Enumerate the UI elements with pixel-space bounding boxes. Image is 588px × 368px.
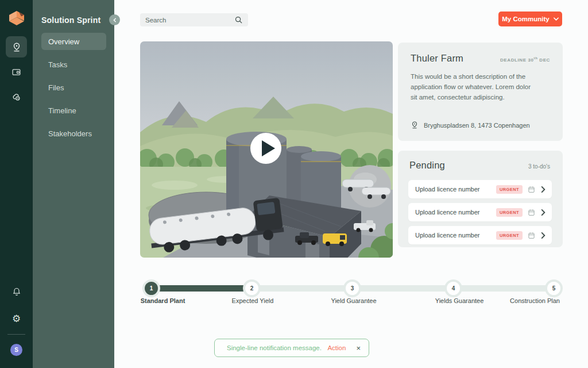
calendar-icon[interactable] (528, 209, 535, 216)
calendar-icon[interactable] (528, 186, 535, 193)
stepper-progress-fill (145, 285, 254, 292)
pending-card: Pending 3 to-do's Upload licence number … (398, 151, 563, 247)
step-4-label: Yields Guarantee (435, 297, 484, 304)
step-2-circle[interactable]: 2 (245, 282, 258, 295)
search-input[interactable] (145, 17, 234, 24)
todo-list: Upload licence number URGENT Upload lice… (408, 180, 552, 249)
wallet-icon (11, 67, 21, 77)
step-5-circle[interactable]: 5 (547, 282, 560, 295)
step-3-label: Yield Guarantee (331, 297, 376, 304)
todo-row[interactable]: Upload licence number URGENT (408, 226, 552, 244)
sidebar-rail: ⚙ S (0, 0, 33, 368)
deadline-label: DEADLINE 30th DEC (500, 56, 550, 63)
sidebar-item-label: Files (48, 83, 64, 92)
nav-wallet-button[interactable] (0, 67, 33, 77)
todo-label: Upload licence number (415, 209, 496, 216)
step-2-label: Expected Yield (232, 297, 274, 304)
step-5-label: Construction Plan (510, 297, 560, 304)
sidebar-item-timeline[interactable]: Timeline (41, 102, 106, 119)
sidebar-item-label: Timeline (48, 106, 76, 115)
project-title: Solution Sprint (41, 16, 100, 25)
notification-toast: Single-line notification message. Action… (214, 339, 369, 357)
brand-logo-icon (6, 8, 27, 28)
chevron-right-icon[interactable] (541, 209, 546, 216)
user-avatar[interactable]: S (10, 344, 22, 356)
chevron-right-icon[interactable] (541, 186, 546, 193)
todo-row[interactable]: Upload licence number URGENT (408, 180, 552, 198)
search-bar (140, 13, 248, 26)
sidebar-item-label: Tasks (48, 60, 67, 69)
bell-icon (12, 287, 21, 297)
step-number: 1 (150, 285, 153, 292)
sidebar-item-stakeholders[interactable]: Stakeholders (41, 125, 106, 142)
close-icon[interactable]: × (356, 344, 361, 352)
cloud-history-icon (11, 92, 22, 102)
step-number: 2 (250, 285, 254, 292)
step-number: 4 (452, 285, 455, 292)
nav-cloud-history-button[interactable] (0, 92, 33, 102)
project-address: Bryghuspladsen 8, 1473 Copenhagen (411, 121, 530, 129)
search-icon[interactable] (234, 16, 243, 24)
step-1-label: Standard Plant (141, 297, 185, 304)
rail-divider (7, 334, 25, 335)
sidebar-collapse-button[interactable] (109, 14, 120, 25)
plant-video-thumbnail[interactable] (140, 41, 393, 258)
step-4-circle[interactable]: 4 (447, 282, 460, 295)
project-info-card: Thuler Farm DEADLINE 30th DEC This would… (398, 43, 563, 141)
play-button[interactable] (250, 133, 281, 164)
nav-map-pin-button[interactable] (6, 36, 27, 57)
notifications-bell-button[interactable] (0, 287, 33, 297)
pending-title: Pending (409, 160, 445, 171)
biogas-plant-illustration (140, 41, 393, 258)
step-number: 3 (351, 285, 354, 292)
urgent-badge: URGENT (496, 208, 523, 217)
dashboard-page: ⚙ S Solution Sprint Overview Tasks Files… (0, 0, 588, 368)
step-number: 5 (552, 285, 556, 292)
chevron-left-icon (113, 18, 117, 22)
chevron-right-icon[interactable] (541, 232, 546, 239)
todo-label: Upload licence number (415, 232, 496, 239)
project-description: This would be a short description of the… (398, 64, 563, 102)
sidebar-item-label: Stakeholders (48, 129, 92, 138)
map-pin-icon (11, 42, 22, 52)
notification-message: Single-line notification message. (227, 344, 327, 351)
calendar-icon[interactable] (528, 232, 535, 239)
sidebar-panel: Solution Sprint Overview Tasks Files Tim… (33, 0, 114, 368)
settings-gear-button[interactable]: ⚙ (0, 313, 33, 325)
todo-label: Upload licence number (415, 186, 496, 193)
todo-count: 3 to-do's (528, 163, 550, 170)
address-text: Bryghuspladsen 8, 1473 Copenhagen (424, 122, 530, 129)
sidebar-item-files[interactable]: Files (41, 79, 106, 96)
sidebar-menu: Overview Tasks Files Timeline Stakeholde… (41, 33, 106, 148)
chevron-down-icon (554, 17, 559, 21)
notification-action-link[interactable]: Action (327, 344, 346, 351)
my-community-label: My Community (502, 16, 549, 22)
sidebar-item-label: Overview (48, 37, 79, 46)
step-1-circle[interactable]: 1 (145, 282, 158, 295)
todo-row[interactable]: Upload licence number URGENT (408, 203, 552, 221)
farm-title: Thuler Farm (411, 53, 463, 64)
gear-icon: ⚙ (12, 313, 21, 325)
urgent-badge: URGENT (496, 185, 523, 194)
urgent-badge: URGENT (496, 231, 523, 240)
avatar-initial: S (14, 347, 18, 353)
step-3-circle[interactable]: 3 (346, 282, 359, 295)
location-pin-icon (411, 121, 419, 129)
my-community-button[interactable]: My Community (498, 12, 562, 26)
sidebar-item-overview[interactable]: Overview (41, 33, 106, 50)
sidebar-item-tasks[interactable]: Tasks (41, 56, 106, 73)
